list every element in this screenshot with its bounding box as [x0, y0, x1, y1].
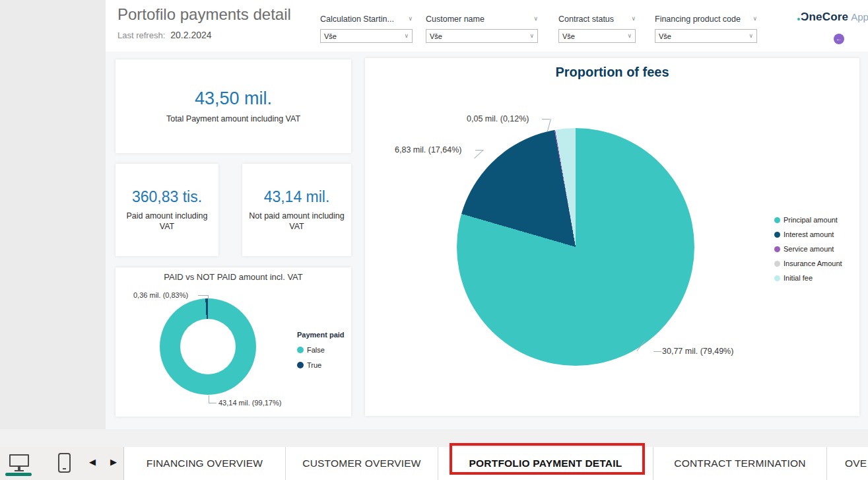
previous-page-icon[interactable]: ◀ — [89, 457, 96, 467]
legend-item-principal[interactable]: Principal amount — [774, 213, 842, 227]
filter-calculation-starting: Calculation Startin... ∨ Vše ∨ — [320, 13, 413, 43]
page-tab-bar: ◀ ▶ FINANCING OVERVIEW CUSTOMER OVERVIEW… — [0, 447, 868, 480]
tab-financing-overview[interactable]: FINANCING OVERVIEW — [124, 447, 286, 480]
logo-brand: ƆneCore — [801, 11, 848, 23]
legend-dot — [774, 261, 780, 267]
kpi-card-not-paid-amount: 43,14 mil. Not paid amount including VAT — [242, 164, 351, 256]
legend-dot — [774, 217, 780, 223]
legend-dot — [774, 275, 780, 281]
bottom-gap — [0, 429, 868, 447]
legend-dot — [297, 347, 304, 353]
legend-item-initial-fee[interactable]: Initial fee — [774, 271, 842, 285]
filter-header[interactable]: Contract status ∨ — [558, 13, 636, 24]
legend-dot — [297, 362, 304, 368]
filter-value: Vše — [324, 32, 337, 40]
leader-line — [209, 395, 209, 403]
tab-contract-termination[interactable]: CONTRACT TERMINATION — [653, 447, 827, 480]
logo-dot — [797, 18, 800, 20]
legend-item-true[interactable]: True — [297, 361, 345, 369]
legend-item-false[interactable]: False — [297, 346, 345, 354]
chart-title: Proportion of fees — [365, 65, 859, 80]
filter-value: Vše — [659, 32, 671, 40]
leader-line — [208, 295, 209, 299]
callout-false: 43,14 mil. (99,17%) — [218, 399, 281, 407]
kpi-value: 43,14 mil. — [264, 188, 330, 206]
donut-hole — [180, 319, 236, 374]
last-refresh-value: 20.2.2024 — [170, 30, 211, 40]
filter-value: Vše — [430, 32, 442, 40]
filter-label: Customer name — [426, 15, 484, 24]
filter-header[interactable]: Customer name ∨ — [426, 13, 538, 24]
filter-header[interactable]: Financing product code ∨ — [655, 13, 757, 24]
kpi-label: Paid amount including VAT — [119, 211, 215, 232]
tab-overflow[interactable]: OVE — [827, 447, 868, 480]
proportion-of-fees-chart: Proportion of fees 0,05 mil. (0,12%) 6,8… — [365, 58, 859, 416]
chevron-down-icon: ∨ — [529, 33, 534, 39]
kpi-value: 360,83 tis. — [132, 188, 202, 206]
filter-label: Financing product code — [655, 15, 741, 24]
legend-title: Payment paid — [297, 331, 345, 339]
logo-suffix: Apps — [851, 11, 868, 22]
filter-financing-product-code: Financing product code ∨ Vše ∨ — [655, 13, 757, 43]
leader-line — [547, 119, 551, 132]
back-icon[interactable]: ← — [834, 34, 844, 44]
page-tabs: FINANCING OVERVIEW CUSTOMER OVERVIEW POR… — [124, 447, 868, 480]
callout-principal-amount: 30,77 mil. (79,49%) — [662, 347, 733, 356]
filter-header[interactable]: Calculation Startin... ∨ — [320, 13, 413, 24]
leader-line — [542, 119, 550, 120]
legend-item-interest[interactable]: Interest amount — [774, 227, 842, 242]
filter-contract-status: Contract status ∨ Vše ∨ — [558, 13, 636, 43]
filter-dropdown[interactable]: Vše ∨ — [558, 29, 636, 43]
onecore-logo: ƆneCoreApps — [797, 11, 868, 24]
filter-label: Contract status — [558, 15, 614, 24]
filter-dropdown[interactable]: Vše ∨ — [320, 29, 413, 43]
filter-customer-name: Customer name ∨ Vše ∨ — [426, 13, 538, 43]
callout-service-amount: 0,05 mil. (0,12%) — [467, 114, 529, 123]
kpi-card-total-payment: 43,50 mil. Total Payment amount includin… — [116, 59, 351, 153]
leader-line — [198, 295, 208, 296]
last-refresh-label: Last refresh: — [117, 30, 165, 40]
next-page-icon[interactable]: ▶ — [110, 457, 117, 467]
legend-item-insurance[interactable]: Insurance Amount — [774, 256, 842, 271]
paid-vs-notpaid-chart: PAID vs NOT PAID amount incl. VAT 0,36 m… — [116, 267, 351, 417]
chevron-down-icon: ∨ — [404, 33, 409, 39]
page-title: Portofilo payments detail — [117, 5, 291, 24]
pie-legend: Principal amount Interest amount Service… — [774, 213, 842, 285]
callout-true: 0,36 mil. (0,83%) — [133, 291, 188, 299]
donut-legend: Payment paid False True — [297, 331, 345, 369]
chevron-down-icon: ∨ — [408, 16, 413, 22]
report-page: Portofilo payments detail Last refresh:2… — [0, 0, 868, 480]
leader-line — [474, 150, 484, 159]
legend-dot — [774, 232, 780, 238]
kpi-card-paid-amount: 360,83 tis. Paid amount including VAT — [116, 164, 218, 256]
chart-title: PAID vs NOT PAID amount incl. VAT — [116, 272, 351, 282]
pie-circle[interactable] — [457, 128, 694, 366]
filter-value: Vše — [562, 32, 575, 40]
tab-portfolio-payment-detail[interactable]: PORTFOLIO PAYMENT DETAIL — [438, 447, 653, 480]
view-controls: ◀ ▶ — [0, 447, 124, 480]
filter-dropdown[interactable]: Vše ∨ — [655, 29, 757, 43]
chevron-down-icon: ∨ — [749, 33, 753, 39]
legend-dot — [774, 246, 780, 252]
kpi-label: Total Payment amount including VAT — [166, 114, 300, 124]
callout-interest-amount: 6,83 mil. (17,64%) — [395, 145, 461, 154]
leader-line — [209, 403, 217, 403]
desktop-view-icon[interactable] — [9, 454, 29, 467]
active-view-indicator — [5, 473, 32, 476]
legend-item-service[interactable]: Service amount — [774, 242, 842, 256]
chevron-down-icon: ∨ — [533, 16, 538, 22]
chevron-down-icon: ∨ — [627, 33, 632, 39]
kpi-value: 43,50 mil. — [195, 88, 272, 109]
left-margin — [0, 0, 106, 429]
filter-dropdown[interactable]: Vše ∨ — [426, 29, 538, 43]
filter-label: Calculation Startin... — [320, 15, 394, 24]
report-header: Portofilo payments detail Last refresh:2… — [106, 0, 868, 51]
last-refresh: Last refresh:20.2.2024 — [117, 29, 212, 41]
leader-line — [653, 351, 661, 352]
tab-customer-overview[interactable]: CUSTOMER OVERVIEW — [286, 447, 438, 480]
mobile-view-icon[interactable] — [58, 453, 71, 473]
chevron-down-icon: ∨ — [752, 16, 757, 22]
chevron-down-icon: ∨ — [631, 16, 636, 22]
kpi-label: Not paid amount including VAT — [247, 211, 347, 232]
